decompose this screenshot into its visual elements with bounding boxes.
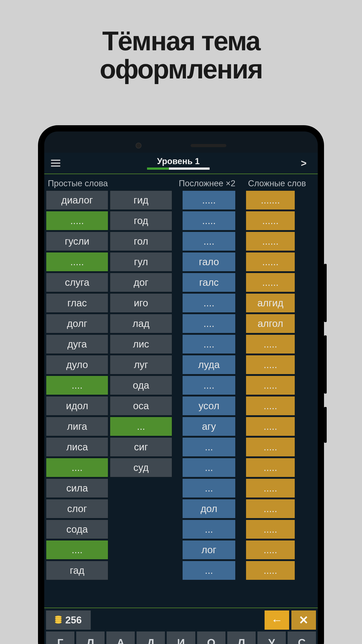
- word-cell[interactable]: ....: [182, 232, 236, 251]
- level-label: Уровень 1: [157, 156, 200, 166]
- word-cell[interactable]: ...: [110, 417, 172, 436]
- word-cell[interactable]: алгид: [246, 294, 295, 312]
- word-cell[interactable]: ....: [46, 376, 108, 395]
- word-cell[interactable]: оса: [110, 396, 172, 416]
- promo-title-line2: оформления: [0, 55, 362, 83]
- word-cell[interactable]: сиг: [110, 438, 172, 456]
- word-cell[interactable]: лис: [110, 334, 172, 354]
- word-cell[interactable]: ....: [182, 376, 236, 395]
- phone-frame: Уровень 1 > Простые слова Посложнее ×2 С…: [38, 125, 324, 644]
- keyboard-key[interactable]: Л: [227, 632, 256, 644]
- word-cell[interactable]: .....: [246, 561, 295, 580]
- word-cell[interactable]: .....: [46, 211, 108, 230]
- word-cell[interactable]: ......: [246, 211, 295, 230]
- word-cell[interactable]: луг: [110, 355, 172, 374]
- word-cell[interactable]: .....: [46, 252, 108, 272]
- word-cell[interactable]: ....: [182, 314, 236, 333]
- word-cell[interactable]: ода: [110, 376, 172, 395]
- promo-title: Тёмная тема оформления: [0, 0, 362, 83]
- keyboard-key[interactable]: Л: [76, 632, 105, 644]
- word-cell[interactable]: идол: [46, 396, 108, 416]
- word-cell[interactable]: суд: [110, 458, 172, 477]
- column-simple-2: гидгодголгулдогиголадлислугодаоса...сигс…: [110, 190, 172, 608]
- word-cell[interactable]: гол: [110, 232, 172, 251]
- word-cell[interactable]: гид: [110, 190, 172, 210]
- column-medium: ..............галогалс............луда..…: [182, 190, 236, 608]
- keyboard-key[interactable]: Г: [46, 632, 74, 644]
- word-cell[interactable]: иго: [110, 294, 172, 312]
- word-cell[interactable]: .......: [246, 190, 295, 210]
- word-cell[interactable]: ......: [246, 232, 295, 251]
- volume-up-button: [324, 264, 327, 322]
- section-headers: Простые слова Посложнее ×2 Сложные слов: [44, 174, 318, 190]
- word-cell[interactable]: .....: [246, 376, 295, 395]
- word-cell[interactable]: галс: [182, 273, 236, 292]
- word-cell[interactable]: .....: [246, 540, 295, 560]
- word-cell[interactable]: ......: [246, 252, 295, 272]
- word-cell[interactable]: лог: [182, 540, 236, 560]
- word-cell[interactable]: гусли: [46, 232, 108, 251]
- keyboard-key[interactable]: О: [197, 632, 225, 644]
- word-cell[interactable]: ...: [182, 438, 236, 456]
- word-cell[interactable]: дуло: [46, 355, 108, 374]
- word-cell[interactable]: .....: [246, 417, 295, 436]
- progress-fill: [147, 168, 169, 170]
- progress-track: [169, 168, 210, 170]
- word-cell[interactable]: .....: [246, 396, 295, 416]
- coins-button[interactable]: 256: [46, 610, 91, 630]
- word-cell[interactable]: гул: [110, 252, 172, 272]
- word-cell[interactable]: дуга: [46, 334, 108, 354]
- word-cell[interactable]: сода: [46, 520, 108, 539]
- word-cell[interactable]: ....: [46, 458, 108, 477]
- word-cell[interactable]: .....: [246, 499, 295, 518]
- word-cell[interactable]: .....: [246, 478, 295, 498]
- header-hard: Сложные слов: [244, 179, 315, 188]
- word-cell[interactable]: луда: [182, 355, 236, 374]
- words-grid: диалог.....гусли.....слугагласдолгдугаду…: [44, 190, 318, 608]
- word-cell[interactable]: лиса: [46, 438, 108, 456]
- word-cell[interactable]: .....: [246, 334, 295, 354]
- word-cell[interactable]: усол: [182, 396, 236, 416]
- keyboard-key[interactable]: Д: [137, 632, 165, 644]
- word-cell[interactable]: год: [110, 211, 172, 230]
- keyboard-key[interactable]: С: [288, 632, 316, 644]
- progress-bar: [147, 168, 210, 170]
- word-cell[interactable]: .....: [246, 520, 295, 539]
- word-cell[interactable]: гало: [182, 252, 236, 272]
- word-cell[interactable]: агу: [182, 417, 236, 436]
- word-cell[interactable]: ....: [46, 540, 108, 560]
- keyboard-key[interactable]: У: [257, 632, 286, 644]
- word-cell[interactable]: .....: [182, 190, 236, 210]
- backspace-button[interactable]: ←: [265, 610, 289, 630]
- word-cell[interactable]: .....: [182, 211, 236, 230]
- word-cell[interactable]: лад: [110, 314, 172, 333]
- keyboard-key[interactable]: А: [106, 632, 135, 644]
- keyboard-key[interactable]: И: [167, 632, 195, 644]
- word-cell[interactable]: ...: [182, 520, 236, 539]
- word-cell[interactable]: ......: [246, 273, 295, 292]
- word-cell[interactable]: дол: [182, 499, 236, 518]
- app-screen: Уровень 1 > Простые слова Посложнее ×2 С…: [44, 153, 318, 644]
- word-cell[interactable]: диалог: [46, 190, 108, 210]
- word-cell[interactable]: ....: [182, 294, 236, 312]
- word-cell[interactable]: ....: [182, 334, 236, 354]
- word-cell[interactable]: алгол: [246, 314, 295, 333]
- word-cell[interactable]: слог: [46, 499, 108, 518]
- word-cell[interactable]: ...: [182, 478, 236, 498]
- word-cell[interactable]: слуга: [46, 273, 108, 292]
- word-cell[interactable]: .....: [246, 355, 295, 374]
- promo-title-line1: Тёмная тема: [0, 27, 362, 55]
- word-cell[interactable]: дог: [110, 273, 172, 292]
- word-cell[interactable]: лига: [46, 417, 108, 436]
- word-cell[interactable]: .....: [246, 438, 295, 456]
- word-cell[interactable]: глас: [46, 294, 108, 312]
- word-cell[interactable]: .....: [246, 458, 295, 477]
- word-cell[interactable]: гад: [46, 561, 108, 580]
- word-cell[interactable]: сила: [46, 478, 108, 498]
- word-cell[interactable]: долг: [46, 314, 108, 333]
- clear-button[interactable]: ✕: [291, 610, 316, 630]
- word-cell[interactable]: ...: [182, 458, 236, 477]
- word-cell[interactable]: ...: [182, 561, 236, 580]
- menu-button[interactable]: [51, 160, 60, 166]
- next-level-button[interactable]: >: [296, 158, 311, 169]
